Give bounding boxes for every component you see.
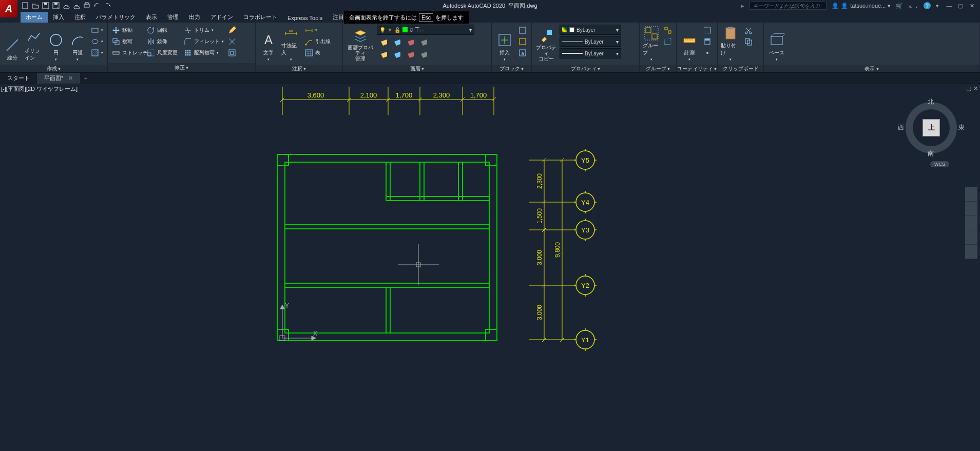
copyclip-icon[interactable] [742, 36, 755, 47]
nav-zoom-icon[interactable] [965, 216, 977, 230]
lineardim-button[interactable]: ▾ [303, 25, 333, 36]
trim-button[interactable]: トリム▾ [182, 25, 225, 36]
dim-button[interactable]: xx寸法記入▾ [280, 25, 302, 63]
viewcube-w[interactable]: 西 [898, 123, 904, 132]
panel-annotation[interactable]: 注釈 ▾ [256, 65, 342, 72]
panel-clipboard[interactable]: クリップボード [718, 65, 763, 72]
layer-walk-icon[interactable] [417, 48, 429, 60]
tab-view[interactable]: 表示 [141, 12, 162, 23]
block-attr-icon[interactable]: a [516, 47, 529, 58]
viewcube-top[interactable]: 上 [923, 119, 940, 136]
vp-max-icon[interactable]: ▢ [966, 85, 971, 92]
search-input[interactable] [750, 2, 827, 10]
tab-collab[interactable]: コラボレート [238, 12, 282, 23]
layer-props-button[interactable]: 画層プロパティ 管理 [345, 25, 376, 63]
offset-button[interactable] [226, 47, 238, 58]
array-button[interactable]: 配列複写▾ [182, 47, 225, 58]
layer-iso-icon[interactable] [417, 36, 429, 47]
ungroup-icon[interactable] [662, 25, 674, 36]
nav-wheel-icon[interactable] [965, 187, 977, 202]
stretch-button[interactable]: ストレッチ [110, 47, 144, 58]
tab-addins[interactable]: アドイン [205, 12, 238, 23]
matchprops-button[interactable]: プロパティ コピー [534, 25, 559, 63]
group-edit-icon[interactable] [662, 36, 674, 47]
open-icon[interactable] [31, 1, 40, 10]
polyline-button[interactable]: ポリライン [24, 25, 44, 63]
rect-button[interactable]: ▾ [89, 25, 105, 36]
calc-icon[interactable] [701, 36, 714, 47]
block-edit-icon[interactable] [516, 36, 529, 47]
nav-bar[interactable] [965, 187, 978, 260]
layer-dropdown[interactable]: 💡☀🔓 加工... ▾ [377, 25, 474, 35]
saveas-icon[interactable] [51, 1, 61, 10]
layer-off-icon[interactable] [377, 36, 389, 47]
viewcube-n[interactable]: 北 [928, 97, 934, 106]
tab-start[interactable]: スタート [0, 73, 37, 84]
block-create-icon[interactable] [516, 25, 529, 36]
wcs-label[interactable]: WCS [930, 161, 949, 167]
panel-block[interactable]: ブロック ▾ [492, 65, 531, 72]
panel-props[interactable]: プロパティ ▾ [532, 65, 639, 72]
minimize-icon[interactable]: — [944, 3, 954, 9]
panel-view[interactable]: 表示 ▾ [764, 65, 979, 72]
cut-icon[interactable] [742, 25, 755, 36]
pencil-button[interactable] [226, 25, 238, 36]
base-button[interactable]: ベース▾ [766, 25, 787, 63]
undo-icon[interactable] [92, 1, 102, 10]
cloud-save-icon[interactable] [72, 1, 81, 10]
user-menu[interactable]: 👤👤 tatsuo.inoue... ▾ [832, 3, 891, 9]
layer-match-icon[interactable] [377, 48, 389, 60]
viewcube-s[interactable]: 南 [928, 149, 934, 158]
group-button[interactable]: グループ▾ [642, 25, 661, 63]
linetype-dropdown[interactable]: ByLayer▾ [560, 36, 621, 47]
nav-orbit-icon[interactable] [965, 230, 977, 245]
fillet-button[interactable]: フィレット▾ [182, 36, 225, 47]
point-icon[interactable] [701, 47, 714, 58]
nav-pan-icon[interactable] [965, 202, 977, 216]
lineweight-dropdown[interactable]: ByLayer▾ [560, 48, 621, 58]
panel-layers[interactable]: 画層 ▾ [343, 65, 491, 72]
tab-doc[interactable]: 平面図*✕ [37, 73, 80, 84]
ellipse-button[interactable]: ▾ [89, 36, 105, 47]
rotate-button[interactable]: 回転 [145, 25, 181, 36]
explode-button[interactable] [226, 36, 238, 47]
viewcube[interactable]: 上 北 南 東 西 [903, 100, 959, 156]
measure-button[interactable]: 計測▾ [679, 25, 700, 63]
mirror-button[interactable]: 鏡像 [145, 36, 181, 47]
panel-groups[interactable]: グループ ▾ [640, 65, 676, 72]
nav-showmotion-icon[interactable] [965, 245, 977, 259]
app-logo[interactable]: A [0, 0, 17, 17]
text-button[interactable]: A文字▾ [258, 25, 279, 63]
tab-annotate[interactable]: 注釈 [69, 12, 91, 23]
vp-close-icon[interactable]: ✕ [973, 85, 978, 92]
tab-parametric[interactable]: パラメトリック [91, 12, 141, 23]
move-button[interactable]: 移動 [110, 25, 144, 36]
line-button[interactable]: 線分 [2, 25, 23, 63]
copy-button[interactable]: 複写 [110, 36, 144, 47]
panel-draw[interactable]: 作成 ▾ [0, 65, 107, 72]
tab-output[interactable]: 出力 [184, 12, 205, 23]
tab-manage[interactable]: 管理 [162, 12, 184, 23]
save-icon[interactable] [41, 1, 50, 10]
new-icon[interactable] [21, 1, 30, 10]
viewcube-e[interactable]: 東 [958, 123, 965, 132]
arc-button[interactable]: 円弧▾ [67, 25, 88, 63]
layer-make-icon[interactable] [403, 48, 416, 60]
share-icon[interactable]: ⟁ ▾ [908, 2, 918, 10]
tab-home[interactable]: ホーム [21, 12, 48, 23]
layer-freeze-icon[interactable] [390, 36, 402, 47]
panel-utils[interactable]: ユーティリティ ▾ [677, 65, 717, 72]
cart-icon[interactable]: 🛒 [896, 3, 903, 9]
vp-min-icon[interactable]: — [958, 85, 964, 92]
tab-express[interactable]: Express Tools [282, 13, 328, 23]
restore-icon[interactable]: ▢ [955, 3, 966, 9]
layer-lock-icon[interactable] [403, 36, 416, 47]
table-button[interactable]: 表 [303, 47, 333, 58]
hatch-button[interactable]: ▾ [89, 47, 105, 58]
cloud-open-icon[interactable] [62, 1, 71, 10]
tab-insert[interactable]: 挿入 [48, 12, 69, 23]
close-tab-icon[interactable]: ✕ [68, 75, 73, 82]
circle-button[interactable]: 円▾ [46, 25, 66, 63]
add-tab-button[interactable]: + [80, 75, 91, 82]
select-icon[interactable] [701, 25, 714, 36]
